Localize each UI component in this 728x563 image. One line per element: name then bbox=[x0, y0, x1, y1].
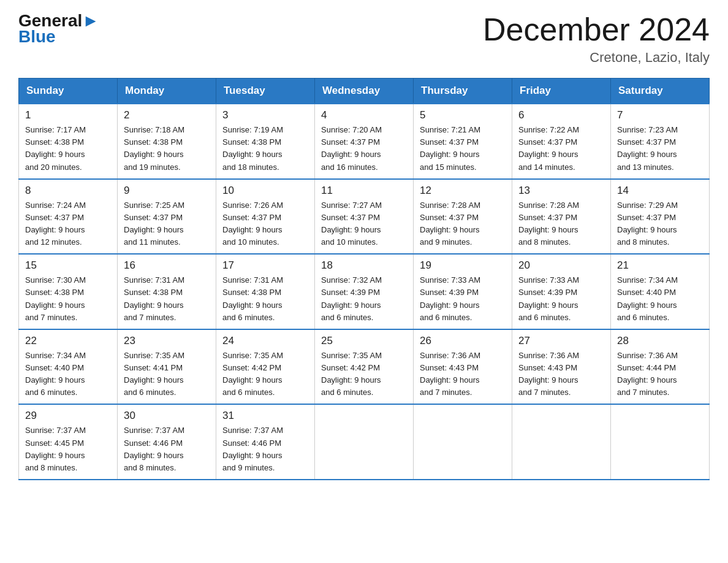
day-number: 8 bbox=[25, 185, 111, 197]
day-number: 28 bbox=[617, 335, 703, 347]
table-row: 6 Sunrise: 7:22 AM Sunset: 4:37 PM Dayli… bbox=[512, 104, 611, 179]
table-row: 29 Sunrise: 7:37 AM Sunset: 4:45 PM Dayl… bbox=[19, 404, 118, 480]
table-row: 2 Sunrise: 7:18 AM Sunset: 4:38 PM Dayli… bbox=[118, 104, 216, 179]
day-info: Sunrise: 7:22 AM Sunset: 4:37 PM Dayligh… bbox=[518, 124, 604, 174]
col-sunday: Sunday bbox=[19, 79, 118, 104]
table-row: 8 Sunrise: 7:24 AM Sunset: 4:37 PM Dayli… bbox=[19, 179, 118, 255]
day-info: Sunrise: 7:36 AM Sunset: 4:43 PM Dayligh… bbox=[518, 350, 604, 399]
day-info: Sunrise: 7:20 AM Sunset: 4:37 PM Dayligh… bbox=[321, 124, 407, 174]
day-info: Sunrise: 7:28 AM Sunset: 4:37 PM Dayligh… bbox=[518, 199, 604, 249]
day-number: 13 bbox=[518, 185, 604, 197]
table-row: 14 Sunrise: 7:29 AM Sunset: 4:37 PM Dayl… bbox=[611, 179, 710, 255]
table-row: 22 Sunrise: 7:34 AM Sunset: 4:40 PM Dayl… bbox=[19, 329, 118, 405]
table-row: 20 Sunrise: 7:33 AM Sunset: 4:39 PM Dayl… bbox=[512, 254, 611, 329]
day-info: Sunrise: 7:19 AM Sunset: 4:38 PM Dayligh… bbox=[222, 124, 308, 174]
day-number: 21 bbox=[617, 259, 703, 272]
day-number: 22 bbox=[25, 335, 111, 347]
day-number: 25 bbox=[321, 335, 407, 347]
day-info: Sunrise: 7:31 AM Sunset: 4:38 PM Dayligh… bbox=[124, 274, 210, 324]
day-info: Sunrise: 7:31 AM Sunset: 4:38 PM Dayligh… bbox=[222, 274, 308, 324]
col-wednesday: Wednesday bbox=[315, 79, 414, 104]
day-info: Sunrise: 7:35 AM Sunset: 4:42 PM Dayligh… bbox=[321, 350, 407, 399]
logo-blue: Blue bbox=[18, 27, 56, 47]
day-info: Sunrise: 7:29 AM Sunset: 4:37 PM Dayligh… bbox=[617, 199, 703, 249]
table-row bbox=[512, 404, 611, 480]
location-title: Cretone, Lazio, Italy bbox=[483, 50, 710, 66]
day-number: 6 bbox=[518, 109, 604, 121]
table-row: 3 Sunrise: 7:19 AM Sunset: 4:38 PM Dayli… bbox=[216, 104, 315, 179]
month-title: December 2024 bbox=[483, 12, 710, 47]
col-monday: Monday bbox=[118, 79, 216, 104]
day-info: Sunrise: 7:28 AM Sunset: 4:37 PM Dayligh… bbox=[420, 199, 506, 249]
table-row: 17 Sunrise: 7:31 AM Sunset: 4:38 PM Dayl… bbox=[216, 254, 315, 329]
day-info: Sunrise: 7:34 AM Sunset: 4:40 PM Dayligh… bbox=[617, 274, 703, 324]
day-number: 10 bbox=[222, 185, 308, 197]
day-number: 11 bbox=[321, 185, 407, 197]
day-number: 3 bbox=[222, 109, 308, 121]
day-number: 29 bbox=[25, 410, 111, 422]
day-number: 26 bbox=[420, 335, 506, 347]
day-info: Sunrise: 7:37 AM Sunset: 4:46 PM Dayligh… bbox=[124, 424, 210, 474]
day-number: 17 bbox=[222, 259, 308, 272]
day-number: 5 bbox=[420, 109, 506, 121]
day-info: Sunrise: 7:21 AM Sunset: 4:37 PM Dayligh… bbox=[420, 124, 506, 174]
day-number: 12 bbox=[420, 185, 506, 197]
day-info: Sunrise: 7:32 AM Sunset: 4:39 PM Dayligh… bbox=[321, 274, 407, 324]
table-row bbox=[315, 404, 414, 480]
col-friday: Friday bbox=[512, 79, 611, 104]
day-info: Sunrise: 7:18 AM Sunset: 4:38 PM Dayligh… bbox=[124, 124, 210, 174]
table-row: 24 Sunrise: 7:35 AM Sunset: 4:42 PM Dayl… bbox=[216, 329, 315, 405]
table-row: 10 Sunrise: 7:26 AM Sunset: 4:37 PM Dayl… bbox=[216, 179, 315, 255]
table-row: 27 Sunrise: 7:36 AM Sunset: 4:43 PM Dayl… bbox=[512, 329, 611, 405]
day-number: 20 bbox=[518, 259, 604, 272]
page-header: General► Blue December 2024 Cretone, Laz… bbox=[18, 12, 710, 66]
day-number: 9 bbox=[124, 185, 210, 197]
table-row bbox=[611, 404, 710, 480]
table-row: 5 Sunrise: 7:21 AM Sunset: 4:37 PM Dayli… bbox=[414, 104, 512, 179]
table-row: 4 Sunrise: 7:20 AM Sunset: 4:37 PM Dayli… bbox=[315, 104, 414, 179]
calendar-week-row: 29 Sunrise: 7:37 AM Sunset: 4:45 PM Dayl… bbox=[19, 404, 710, 480]
table-row: 11 Sunrise: 7:27 AM Sunset: 4:37 PM Dayl… bbox=[315, 179, 414, 255]
day-info: Sunrise: 7:24 AM Sunset: 4:37 PM Dayligh… bbox=[25, 199, 111, 249]
day-info: Sunrise: 7:26 AM Sunset: 4:37 PM Dayligh… bbox=[222, 199, 308, 249]
table-row: 25 Sunrise: 7:35 AM Sunset: 4:42 PM Dayl… bbox=[315, 329, 414, 405]
table-row: 13 Sunrise: 7:28 AM Sunset: 4:37 PM Dayl… bbox=[512, 179, 611, 255]
table-row: 18 Sunrise: 7:32 AM Sunset: 4:39 PM Dayl… bbox=[315, 254, 414, 329]
col-saturday: Saturday bbox=[611, 79, 710, 104]
day-info: Sunrise: 7:33 AM Sunset: 4:39 PM Dayligh… bbox=[518, 274, 604, 324]
day-number: 16 bbox=[124, 259, 210, 272]
table-row: 30 Sunrise: 7:37 AM Sunset: 4:46 PM Dayl… bbox=[118, 404, 216, 480]
day-number: 19 bbox=[420, 259, 506, 272]
day-info: Sunrise: 7:25 AM Sunset: 4:37 PM Dayligh… bbox=[124, 199, 210, 249]
day-number: 30 bbox=[124, 410, 210, 422]
day-number: 14 bbox=[617, 185, 703, 197]
day-info: Sunrise: 7:36 AM Sunset: 4:44 PM Dayligh… bbox=[617, 350, 703, 399]
table-row: 1 Sunrise: 7:17 AM Sunset: 4:38 PM Dayli… bbox=[19, 104, 118, 179]
day-number: 1 bbox=[25, 109, 111, 121]
day-info: Sunrise: 7:34 AM Sunset: 4:40 PM Dayligh… bbox=[25, 350, 111, 399]
day-info: Sunrise: 7:35 AM Sunset: 4:42 PM Dayligh… bbox=[222, 350, 308, 399]
title-area: December 2024 Cretone, Lazio, Italy bbox=[483, 12, 710, 66]
day-info: Sunrise: 7:27 AM Sunset: 4:37 PM Dayligh… bbox=[321, 199, 407, 249]
calendar-week-row: 8 Sunrise: 7:24 AM Sunset: 4:37 PM Dayli… bbox=[19, 179, 710, 255]
day-number: 4 bbox=[321, 109, 407, 121]
day-number: 15 bbox=[25, 259, 111, 272]
day-info: Sunrise: 7:17 AM Sunset: 4:38 PM Dayligh… bbox=[25, 124, 111, 174]
table-row: 21 Sunrise: 7:34 AM Sunset: 4:40 PM Dayl… bbox=[611, 254, 710, 329]
calendar-header-row: Sunday Monday Tuesday Wednesday Thursday… bbox=[19, 79, 710, 104]
day-number: 24 bbox=[222, 335, 308, 347]
day-number: 27 bbox=[518, 335, 604, 347]
table-row: 15 Sunrise: 7:30 AM Sunset: 4:38 PM Dayl… bbox=[19, 254, 118, 329]
table-row: 19 Sunrise: 7:33 AM Sunset: 4:39 PM Dayl… bbox=[414, 254, 512, 329]
calendar-week-row: 22 Sunrise: 7:34 AM Sunset: 4:40 PM Dayl… bbox=[19, 329, 710, 405]
table-row: 26 Sunrise: 7:36 AM Sunset: 4:43 PM Dayl… bbox=[414, 329, 512, 405]
col-thursday: Thursday bbox=[414, 79, 512, 104]
day-info: Sunrise: 7:33 AM Sunset: 4:39 PM Dayligh… bbox=[420, 274, 506, 324]
table-row: 23 Sunrise: 7:35 AM Sunset: 4:41 PM Dayl… bbox=[118, 329, 216, 405]
day-info: Sunrise: 7:23 AM Sunset: 4:37 PM Dayligh… bbox=[617, 124, 703, 174]
day-number: 31 bbox=[222, 410, 308, 422]
calendar-week-row: 15 Sunrise: 7:30 AM Sunset: 4:38 PM Dayl… bbox=[19, 254, 710, 329]
col-tuesday: Tuesday bbox=[216, 79, 315, 104]
table-row: 28 Sunrise: 7:36 AM Sunset: 4:44 PM Dayl… bbox=[611, 329, 710, 405]
day-info: Sunrise: 7:35 AM Sunset: 4:41 PM Dayligh… bbox=[124, 350, 210, 399]
